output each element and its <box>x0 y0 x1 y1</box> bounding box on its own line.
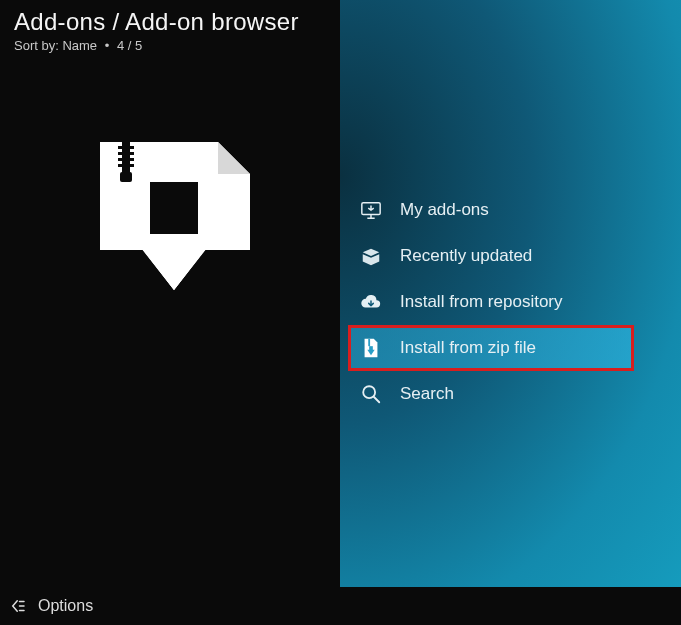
svg-rect-7 <box>118 164 122 167</box>
addon-menu: My add-ons Recently updated Install <box>340 187 681 417</box>
options-icon[interactable] <box>8 596 28 616</box>
page-subtitle: Sort by: Name • 4 / 5 <box>14 38 326 53</box>
svg-line-21 <box>374 397 380 403</box>
right-pane: My add-ons Recently updated Install <box>340 0 681 587</box>
svg-marker-15 <box>130 234 218 290</box>
separator-dot: • <box>101 38 114 53</box>
svg-rect-8 <box>130 164 134 167</box>
svg-rect-17 <box>368 339 370 346</box>
menu-item-recently-updated[interactable]: Recently updated <box>340 233 681 279</box>
page-title: Add-ons / Add-on browser <box>14 8 326 36</box>
svg-rect-6 <box>130 158 134 161</box>
menu-item-label: Search <box>400 384 454 404</box>
menu-item-label: My add-ons <box>400 200 489 220</box>
open-box-icon <box>360 245 382 267</box>
menu-item-label: Recently updated <box>400 246 532 266</box>
sort-label: Sort by: <box>14 38 59 53</box>
menu-item-my-addons[interactable]: My add-ons <box>340 187 681 233</box>
cloud-download-icon <box>360 291 382 313</box>
category-icon-wrap <box>0 57 340 587</box>
left-pane: Add-ons / Add-on browser Sort by: Name •… <box>0 0 340 587</box>
svg-rect-2 <box>130 146 134 149</box>
svg-rect-14 <box>150 182 198 238</box>
footer-bar: Options <box>0 587 681 625</box>
position-indicator: 4 / 5 <box>117 38 142 53</box>
svg-rect-4 <box>130 152 134 155</box>
zip-file-icon <box>360 337 382 359</box>
menu-item-label: Install from zip file <box>400 338 536 358</box>
menu-item-install-zip[interactable]: Install from zip file <box>348 325 634 371</box>
menu-item-label: Install from repository <box>400 292 563 312</box>
search-icon <box>360 383 382 405</box>
sort-value: Name <box>62 38 97 53</box>
svg-rect-3 <box>118 152 122 155</box>
svg-rect-1 <box>118 146 122 149</box>
options-label[interactable]: Options <box>38 597 93 615</box>
svg-rect-5 <box>118 158 122 161</box>
zip-download-icon <box>90 142 250 296</box>
menu-item-search[interactable]: Search <box>340 371 681 417</box>
header: Add-ons / Add-on browser Sort by: Name •… <box>0 0 340 57</box>
menu-item-install-repository[interactable]: Install from repository <box>340 279 681 325</box>
svg-rect-0 <box>122 142 130 174</box>
svg-rect-19 <box>369 346 373 351</box>
monitor-icon <box>360 199 382 221</box>
svg-rect-9 <box>120 172 132 182</box>
